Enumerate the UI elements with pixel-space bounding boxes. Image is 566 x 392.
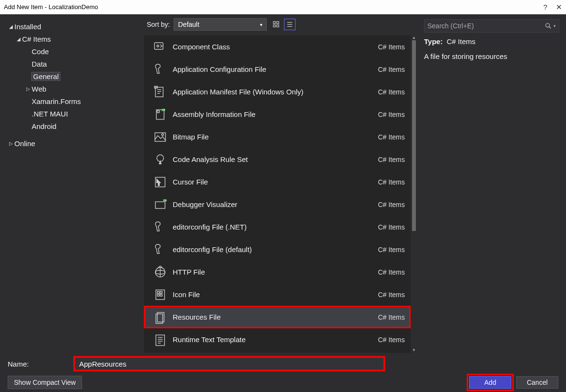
- svg-rect-9: [155, 87, 163, 97]
- chevron-down-icon[interactable]: ▾: [554, 23, 556, 28]
- svg-rect-30: [160, 291, 162, 293]
- template-name: Debugger Visualizer: [171, 200, 378, 208]
- show-compact-view-button[interactable]: Show Compact View: [8, 376, 82, 389]
- name-input[interactable]: [75, 357, 384, 370]
- chevron-down-icon: ▾: [260, 22, 262, 27]
- tree-code[interactable]: Code: [5, 45, 139, 58]
- tree-online[interactable]: ▷Online: [5, 137, 139, 150]
- svg-rect-3: [277, 25, 279, 27]
- template-icon: [150, 310, 171, 324]
- template-name: Code Analysis Rule Set: [171, 155, 378, 163]
- template-category: C# Items: [378, 336, 405, 344]
- name-label: Name:: [8, 360, 65, 368]
- template-icon: C#: [150, 197, 171, 212]
- search-icon: [545, 23, 552, 29]
- template-name: Runtime Text Template: [171, 335, 378, 344]
- tree-web[interactable]: ▷Web: [5, 82, 139, 95]
- svg-point-15: [157, 110, 160, 113]
- template-icon: [150, 85, 171, 99]
- template-name: Resources File: [171, 313, 378, 321]
- template-category: C# Items: [378, 313, 405, 321]
- template-category: C# Items: [378, 246, 405, 254]
- template-row[interactable]: Application Manifest File (Windows Only)…: [144, 81, 411, 103]
- template-category: C# Items: [378, 43, 405, 51]
- tree-general[interactable]: General: [5, 70, 139, 82]
- scroll-down-icon[interactable]: ▼: [411, 348, 417, 353]
- search-input[interactable]: Search (Ctrl+E) ▾: [424, 19, 559, 33]
- svg-point-19: [162, 134, 164, 136]
- sort-by-label: Sort by:: [147, 21, 170, 28]
- template-icon: [150, 130, 171, 144]
- template-name: Component Class: [171, 43, 378, 51]
- cancel-button[interactable]: Cancel: [516, 376, 558, 389]
- template-row[interactable]: Cursor FileC# Items: [144, 171, 411, 193]
- svg-rect-32: [160, 294, 162, 296]
- template-row[interactable]: Icon FileC# Items: [144, 283, 411, 306]
- template-row[interactable]: C#Assembly Information FileC# Items: [144, 103, 411, 126]
- template-name: editorconfig File (default): [171, 245, 378, 254]
- close-icon[interactable]: ✕: [556, 3, 562, 12]
- template-row[interactable]: editorconfig File (default)C# Items: [144, 238, 411, 261]
- template-row[interactable]: Application Configuration FileC# Items: [144, 58, 411, 81]
- svg-rect-29: [157, 291, 159, 293]
- tree-csharp-items[interactable]: ◢C# Items: [5, 33, 139, 45]
- category-tree: ◢Installed ◢C# Items Code Data General ▷…: [0, 14, 144, 353]
- view-list-button[interactable]: [284, 19, 295, 30]
- template-row[interactable]: Runtime Text TemplateC# Items: [144, 328, 411, 351]
- template-category: C# Items: [378, 223, 405, 231]
- svg-point-40: [546, 23, 550, 27]
- template-icon: [150, 288, 171, 302]
- template-category: C# Items: [378, 133, 405, 141]
- window-title: Add New Item - LocalizationDemo: [4, 3, 543, 11]
- svg-rect-31: [157, 294, 159, 296]
- template-row[interactable]: Code Analysis Rule SetC# Items: [144, 148, 411, 171]
- add-button[interactable]: Add: [469, 376, 511, 389]
- tree-android[interactable]: Android: [5, 120, 139, 132]
- template-row[interactable]: Resources FileC# Items: [144, 306, 411, 328]
- toolbar: Sort by: Default ▾: [144, 14, 417, 33]
- template-category: C# Items: [378, 268, 405, 276]
- sort-by-dropdown[interactable]: Default ▾: [174, 18, 267, 31]
- template-icon: [150, 242, 171, 257]
- item-details: Type: C# Items A file for storing resour…: [424, 37, 559, 60]
- template-row[interactable]: HTTP FileC# Items: [144, 261, 411, 283]
- svg-rect-22: [155, 202, 165, 208]
- svg-rect-2: [273, 25, 275, 27]
- template-row[interactable]: Component ClassC# Items: [144, 35, 411, 58]
- scrollbar[interactable]: ▲ ▼: [411, 35, 417, 353]
- template-name: Application Manifest File (Windows Only): [171, 88, 378, 96]
- template-category: C# Items: [378, 66, 405, 73]
- template-name: editorconfig File (.NET): [171, 223, 378, 231]
- template-category: C# Items: [378, 178, 405, 186]
- help-button[interactable]: ?: [543, 3, 547, 12]
- svg-point-8: [157, 45, 159, 47]
- scrollbar-thumb[interactable]: [412, 40, 416, 231]
- template-name: Assembly Information File: [171, 110, 378, 118]
- svg-rect-1: [277, 22, 279, 23]
- tree-maui[interactable]: .NET MAUI: [5, 107, 139, 120]
- svg-line-41: [549, 27, 551, 29]
- tree-xamarin[interactable]: Xamarin.Forms: [5, 95, 139, 107]
- template-name: Application Configuration File: [171, 65, 378, 73]
- template-row[interactable]: C#Debugger VisualizerC# Items: [144, 193, 411, 216]
- template-category: C# Items: [378, 201, 405, 208]
- template-row[interactable]: editorconfig File (.NET)C# Items: [144, 216, 411, 238]
- template-name: Cursor File: [171, 178, 378, 186]
- template-list: Component ClassC# ItemsApplication Confi…: [144, 35, 411, 353]
- template-category: C# Items: [378, 111, 405, 118]
- template-row[interactable]: Bitmap FileC# Items: [144, 126, 411, 148]
- tree-installed[interactable]: ◢Installed: [5, 20, 139, 33]
- scroll-up-icon[interactable]: ▲: [411, 35, 417, 40]
- svg-rect-0: [273, 22, 275, 23]
- template-icon: [150, 62, 171, 77]
- template-category: C# Items: [378, 291, 405, 299]
- template-category: C# Items: [378, 156, 405, 163]
- template-icon: [150, 175, 171, 189]
- template-name: Icon File: [171, 290, 378, 299]
- svg-rect-35: [156, 335, 165, 346]
- template-icon: [150, 152, 171, 167]
- tree-data[interactable]: Data: [5, 58, 139, 70]
- template-category: C# Items: [378, 88, 405, 96]
- view-grid-button[interactable]: [271, 19, 282, 30]
- template-name: HTTP File: [171, 268, 378, 276]
